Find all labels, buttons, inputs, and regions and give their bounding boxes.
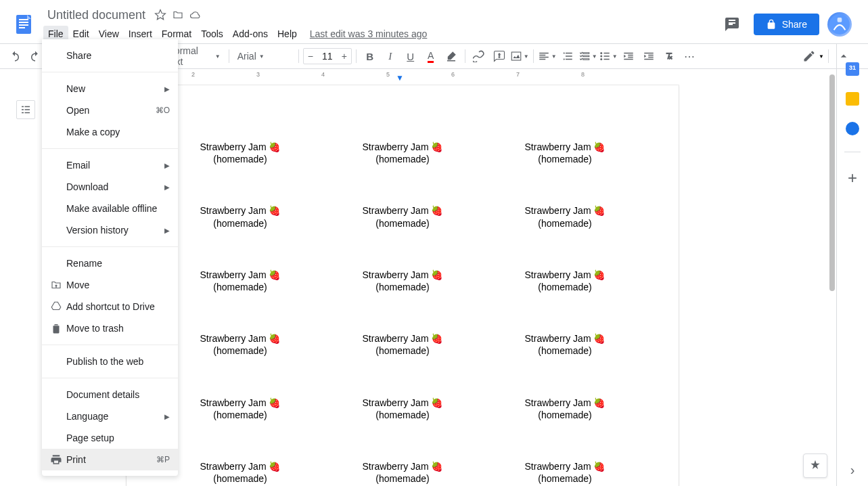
label-cell[interactable]: Strawberry Jam 🍓(homemade) — [484, 141, 646, 165]
editing-mode-button[interactable]: ▼ — [802, 47, 824, 66]
file-menu-print[interactable]: Print⌘P — [42, 449, 178, 470]
menu-shortcut: ⌘P — [156, 455, 170, 464]
undo-button[interactable] — [5, 47, 24, 66]
insert-comment-button[interactable]: + — [490, 47, 509, 66]
get-addons-button[interactable]: + — [848, 169, 857, 187]
tasks-addon-icon[interactable] — [846, 122, 859, 135]
last-edit-link[interactable]: Last edit was 3 minutes ago — [310, 28, 428, 39]
file-menu-open[interactable]: Open⌘O — [42, 100, 178, 121]
label-cell[interactable]: Strawberry Jam 🍓(homemade) — [484, 460, 646, 485]
menu-shortcut: ⌘O — [156, 106, 170, 115]
file-menu-new[interactable]: New▶ — [42, 78, 178, 100]
clear-formatting-button[interactable] — [660, 47, 679, 66]
ruler-tick: 6 — [451, 71, 516, 78]
document-page[interactable]: Strawberry Jam 🍓(homemade)Strawberry Jam… — [127, 85, 679, 486]
file-menu-make-a-copy[interactable]: Make a copy — [42, 121, 178, 143]
calendar-addon-icon[interactable] — [846, 62, 859, 76]
decrease-indent-button[interactable] — [619, 47, 638, 66]
horizontal-ruler[interactable]: 12345678 — [127, 69, 646, 80]
label-cell[interactable]: Strawberry Jam 🍓(homemade) — [484, 204, 646, 229]
menu-item-label: Open — [66, 105, 156, 116]
label-cell[interactable]: Strawberry Jam 🍓(homemade) — [159, 269, 321, 293]
label-cell[interactable]: Strawberry Jam 🍓(homemade) — [484, 332, 646, 357]
print-icon — [50, 453, 66, 466]
blank-icon — [50, 355, 66, 368]
document-title[interactable]: Untitled document — [43, 7, 150, 24]
file-menu-page-setup[interactable]: Page setup — [42, 427, 178, 449]
menu-item-label: New — [66, 83, 164, 94]
underline-button[interactable]: U — [401, 47, 420, 66]
label-cell[interactable]: Strawberry Jam 🍓(homemade) — [159, 332, 321, 357]
label-cell[interactable]: Strawberry Jam 🍓(homemade) — [484, 269, 646, 293]
keep-addon-icon[interactable] — [846, 92, 859, 106]
highlight-button[interactable] — [442, 47, 461, 66]
file-menu-move-to-trash[interactable]: Move to trash — [42, 317, 178, 339]
menu-item-label: Download — [66, 181, 164, 192]
menu-item-label: Language — [66, 411, 164, 422]
menu-item-label: Page setup — [66, 433, 170, 443]
line-spacing-button[interactable] — [558, 47, 577, 66]
file-menu-version-history[interactable]: Version history▶ — [42, 219, 178, 241]
insert-image-button[interactable]: ▼ — [510, 47, 529, 66]
file-menu-language[interactable]: Language▶ — [42, 405, 178, 427]
label-cell[interactable]: Strawberry Jam 🍓(homemade) — [159, 141, 321, 165]
label-cell[interactable]: Strawberry Jam 🍓(homemade) — [484, 397, 646, 421]
file-menu-publish-to-the-web[interactable]: Publish to the web — [42, 351, 178, 372]
lock-icon — [766, 19, 777, 30]
label-cell[interactable]: Strawberry Jam 🍓(homemade) — [321, 332, 484, 357]
increase-indent-button[interactable] — [639, 47, 658, 66]
font-dropdown[interactable]: Arial▼ — [233, 47, 294, 66]
svg-text:+: + — [497, 51, 501, 58]
ruler-tick: 2 — [191, 71, 256, 78]
blank-icon — [50, 223, 66, 237]
file-menu-move[interactable]: Move — [42, 274, 178, 296]
file-menu-make-available-offline[interactable]: Make available offline — [42, 198, 178, 219]
font-size-stepper[interactable]: − 11 + — [303, 48, 352, 64]
file-menu-add-shortcut-to-drive[interactable]: Add shortcut to Drive — [42, 296, 178, 317]
bold-button[interactable]: B — [361, 47, 380, 66]
star-icon[interactable] — [154, 8, 167, 22]
insert-link-button[interactable] — [470, 47, 488, 66]
label-cell[interactable]: Strawberry Jam 🍓(homemade) — [321, 397, 484, 421]
submenu-arrow-icon: ▶ — [164, 183, 170, 191]
comment-history-button[interactable] — [718, 11, 746, 38]
label-cell[interactable]: Strawberry Jam 🍓(homemade) — [321, 204, 484, 229]
vertical-scrollbar[interactable] — [827, 69, 836, 486]
label-cell[interactable]: Strawberry Jam 🍓(homemade) — [159, 397, 321, 421]
file-menu-document-details[interactable]: Document details — [42, 384, 178, 405]
cloud-status-icon[interactable] — [189, 8, 202, 22]
submenu-arrow-icon: ▶ — [164, 413, 170, 420]
blank-icon — [50, 104, 66, 117]
ruler-tick: 8 — [581, 71, 646, 78]
move-folder-icon[interactable] — [171, 8, 185, 22]
label-cell[interactable]: Strawberry Jam 🍓(homemade) — [321, 141, 484, 165]
file-menu-email[interactable]: Email▶ — [42, 154, 178, 176]
file-menu-share[interactable]: Share — [42, 45, 178, 66]
file-menu-download[interactable]: Download▶ — [42, 176, 178, 198]
font-size-value[interactable]: 11 — [317, 51, 338, 62]
label-cell[interactable]: Strawberry Jam 🍓(homemade) — [321, 269, 484, 293]
menu-addons[interactable]: Add-ons — [228, 26, 273, 42]
label-cell[interactable]: Strawberry Jam 🍓(homemade) — [159, 204, 321, 229]
file-menu-rename[interactable]: Rename — [42, 252, 178, 274]
font-size-increase[interactable]: + — [338, 51, 351, 62]
explore-button[interactable] — [803, 454, 827, 478]
svg-rect-1 — [19, 19, 28, 20]
bulleted-list-button[interactable]: ▼ — [599, 47, 618, 66]
docs-logo[interactable] — [11, 11, 38, 38]
more-button[interactable]: ⋯ — [680, 47, 699, 66]
share-button[interactable]: Share — [754, 14, 819, 35]
checklist-button[interactable]: ▼ — [578, 47, 597, 66]
text-color-button[interactable]: A — [421, 47, 440, 66]
account-avatar[interactable] — [827, 12, 852, 37]
italic-button[interactable]: I — [381, 47, 400, 66]
menu-help[interactable]: Help — [273, 26, 302, 42]
align-button[interactable]: ▼ — [538, 47, 557, 66]
menu-tools[interactable]: Tools — [196, 26, 228, 42]
hide-side-panel-button[interactable]: › — [850, 462, 855, 478]
label-cell[interactable]: Strawberry Jam 🍓(homemade) — [321, 460, 484, 485]
menu-item-label: Move — [66, 280, 170, 290]
indent-marker-icon[interactable]: ▼ — [396, 73, 404, 83]
font-size-decrease[interactable]: − — [304, 51, 317, 62]
label-cell[interactable]: Strawberry Jam 🍓(homemade) — [159, 460, 321, 485]
